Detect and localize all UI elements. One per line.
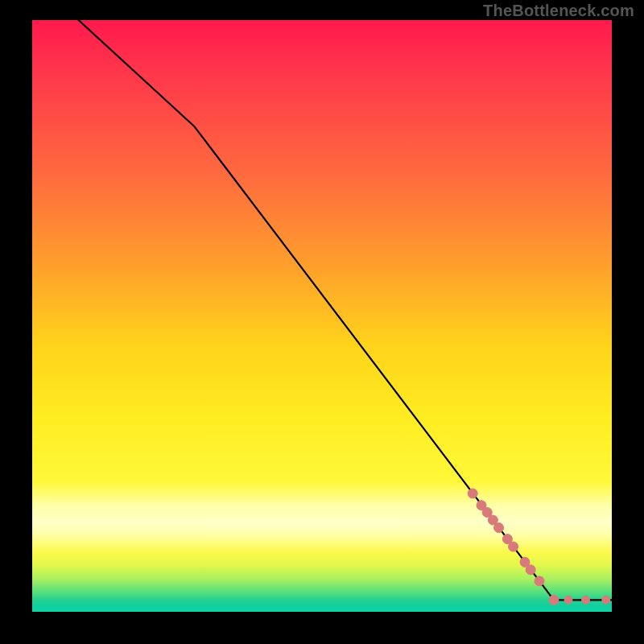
chart-markers: [468, 489, 610, 605]
chart-marker: [564, 596, 572, 604]
chart-marker: [509, 542, 518, 551]
chart-svg: [32, 20, 612, 612]
chart-line: [79, 20, 612, 600]
chart-marker: [535, 576, 544, 586]
chart-plot-area: [32, 20, 612, 612]
chart-frame: TheBottleneck.com: [0, 0, 644, 644]
chart-marker: [582, 596, 590, 604]
chart-marker: [526, 565, 535, 575]
watermark-text: TheBottleneck.com: [483, 2, 634, 20]
chart-marker: [549, 595, 559, 605]
chart-marker: [468, 489, 477, 498]
chart-marker: [602, 596, 610, 604]
chart-marker: [494, 523, 504, 533]
